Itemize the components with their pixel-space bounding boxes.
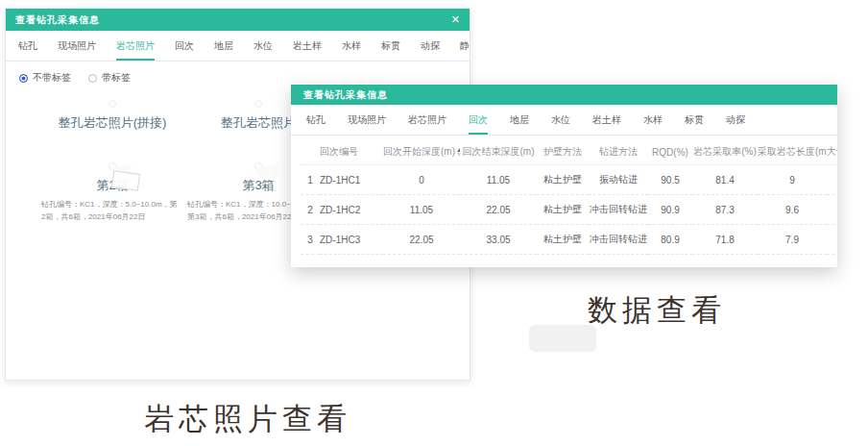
tab-yantuyang[interactable]: 岩土样 — [293, 31, 322, 61]
table-row: 2 ZD-1HC2 11.05 22.05 粘土护壁 冲击回转钻进 90.9 8… — [301, 195, 837, 225]
core-photo-window-header: 查看钻孔采集信息 ✕ — [6, 9, 470, 31]
cell-core-length: 9.6 — [758, 195, 827, 225]
photo-thumbnail[interactable] — [108, 100, 116, 108]
cell-clipped — [827, 165, 837, 195]
col-rqd: RQD(%) — [648, 137, 692, 165]
cell-core-length: 7.9 — [758, 225, 827, 255]
tab-dicen[interactable]: 地层 — [214, 31, 233, 61]
col-huici-id: 回次编号 — [320, 137, 383, 165]
cell-wall-method: 粘土护壁 — [537, 195, 589, 225]
tab-shuiwei[interactable]: 水位 — [253, 31, 273, 61]
tab-dongtan[interactable]: 动探 — [726, 105, 745, 135]
cell-start-depth: 22.05 — [383, 225, 460, 255]
photo-item-box2: 第2箱 钻孔编号：KC1，深度：5.0~10.0m，第2箱，共6箱，2021年0… — [39, 157, 185, 224]
cell-rqd: 90.5 — [648, 165, 692, 195]
tab-site-photos[interactable]: 现场照片 — [58, 31, 96, 61]
tab-biaoguan[interactable]: 标贯 — [381, 31, 400, 61]
radio-with-label-text: 带标签 — [102, 71, 131, 85]
data-view-label: 数据查看 — [588, 290, 726, 331]
radio-with-label[interactable]: 带标签 — [88, 71, 131, 85]
watermark-box — [529, 325, 596, 352]
radio-unselected-icon — [88, 74, 97, 83]
cell-wall-method: 粘土护壁 — [537, 225, 589, 255]
photo-thumbnail[interactable] — [254, 100, 262, 108]
tab-dongtan[interactable]: 动探 — [421, 31, 440, 61]
tab-shuiyang[interactable]: 水样 — [342, 31, 361, 61]
tab-huici[interactable]: 回次 — [175, 31, 194, 61]
cell-drill-method: 振动钻进 — [589, 165, 648, 195]
cell-recovery-rate: 81.4 — [692, 165, 758, 195]
radio-selected-icon — [19, 74, 28, 83]
radio-no-label[interactable]: 不带标签 — [19, 71, 71, 85]
cell-core-length: 9 — [758, 165, 827, 195]
round-trip-table-wrap: 回次编号 回次开始深度(m) 回次结束深度(m) 护壁方法 钻进方法 RQD(%… — [291, 136, 837, 255]
table-row: 3 ZD-1HC3 22.05 33.05 粘土护壁 冲击回转钻进 80.9 7… — [301, 225, 837, 255]
cell-huici-id: ZD-1HC1 — [320, 165, 383, 195]
photo-thumbnail[interactable] — [254, 162, 262, 170]
sort-icon[interactable] — [457, 148, 460, 157]
table-row: 1 ZD-1HC1 0 11.05 粘土护壁 振动钻进 90.5 81.4 9 — [301, 165, 837, 195]
tab-zuankong[interactable]: 钻孔 — [18, 31, 37, 61]
cell-recovery-rate: 71.8 — [692, 225, 758, 255]
col-drill-method: 钻进方法 — [589, 137, 648, 165]
col-end-depth: 回次结束深度(m) — [460, 137, 537, 165]
data-table-window: 查看钻孔采集信息 钻孔 现场照片 岩芯照片 回次 地层 水位 岩土样 水样 标贯… — [291, 85, 837, 267]
col-index — [301, 137, 320, 165]
cell-clipped — [827, 195, 837, 225]
tab-core-photos[interactable]: 岩芯照片 — [116, 31, 155, 61]
cell-drill-method: 冲击回转钻进 — [589, 225, 648, 255]
tab-shuiyang[interactable]: 水样 — [643, 105, 663, 135]
cell-drill-method: 冲击回转钻进 — [589, 195, 648, 225]
cell-rqd: 90.9 — [648, 195, 692, 225]
cell-index: 2 — [301, 195, 320, 225]
col-clipped: 大于 — [827, 137, 837, 165]
cell-end-depth: 11.05 — [460, 165, 537, 195]
tab-jingtan[interactable]: 静探 — [460, 31, 470, 61]
photo-window-tabs: 钻孔 现场照片 岩芯照片 回次 地层 水位 岩土样 水样 标贯 动探 静探 其他… — [6, 31, 470, 62]
cell-index: 1 — [301, 165, 320, 195]
cell-huici-id: ZD-1HC2 — [320, 195, 383, 225]
cell-wall-method: 粘土护壁 — [537, 165, 589, 195]
cell-index: 3 — [301, 225, 320, 255]
radio-no-label-text: 不带标签 — [33, 71, 71, 85]
tab-shuiwei[interactable]: 水位 — [551, 105, 570, 135]
photo-thumbnail[interactable] — [108, 162, 116, 170]
photo-meta: 钻孔编号：KC1，深度：5.0~10.0m，第2箱，共6箱，2021年06月22… — [39, 199, 185, 224]
tab-biaoguan[interactable]: 标贯 — [685, 105, 704, 135]
cell-clipped — [827, 225, 837, 255]
cell-end-depth: 22.05 — [460, 195, 537, 225]
window-title: 查看钻孔采集信息 — [15, 13, 100, 27]
cell-huici-id: ZD-1HC3 — [320, 225, 383, 255]
table-header-row: 回次编号 回次开始深度(m) 回次结束深度(m) 护壁方法 钻进方法 RQD(%… — [301, 137, 837, 165]
close-icon[interactable]: ✕ — [451, 14, 460, 25]
tab-site-photos[interactable]: 现场照片 — [348, 105, 386, 135]
col-wall-method: 护壁方法 — [537, 137, 589, 165]
tab-huici[interactable]: 回次 — [469, 105, 488, 135]
col-recovery-rate: 岩芯采取率(%) — [692, 137, 758, 165]
data-window-header: 查看钻孔采集信息 — [291, 85, 837, 105]
round-trip-table: 回次编号 回次开始深度(m) 回次结束深度(m) 护壁方法 钻进方法 RQD(%… — [301, 137, 837, 255]
col-core-length: 采取岩芯长度(m) — [758, 137, 827, 165]
tab-yantuyang[interactable]: 岩土样 — [592, 105, 621, 135]
label-filter-radios: 不带标签 带标签 — [6, 62, 470, 87]
window-title: 查看钻孔采集信息 — [303, 88, 388, 102]
col-start-depth-label: 回次开始深度(m) — [383, 146, 455, 157]
tab-zuankong[interactable]: 钻孔 — [306, 105, 326, 135]
cell-rqd: 80.9 — [648, 225, 692, 255]
photo-item-stitched: 整孔岩芯照片(拼接) — [39, 94, 185, 132]
tab-dicen[interactable]: 地层 — [510, 105, 529, 135]
cell-start-depth: 11.05 — [383, 195, 460, 225]
cell-end-depth: 33.05 — [460, 225, 537, 255]
data-window-tabs: 钻孔 现场照片 岩芯照片 回次 地层 水位 岩土样 水样 标贯 动探 — [291, 105, 837, 136]
page: 查看钻孔采集信息 ✕ 钻孔 现场照片 岩芯照片 回次 地层 水位 岩土样 水样 … — [0, 0, 868, 446]
photo-caption: 整孔岩芯照片(拼接) — [39, 114, 185, 132]
tab-core-photos[interactable]: 岩芯照片 — [408, 105, 446, 135]
cell-recovery-rate: 87.3 — [692, 195, 758, 225]
col-start-depth[interactable]: 回次开始深度(m) — [383, 137, 460, 165]
cell-start-depth: 0 — [383, 165, 460, 195]
core-photo-view-label: 岩芯照片查看 — [144, 399, 351, 439]
